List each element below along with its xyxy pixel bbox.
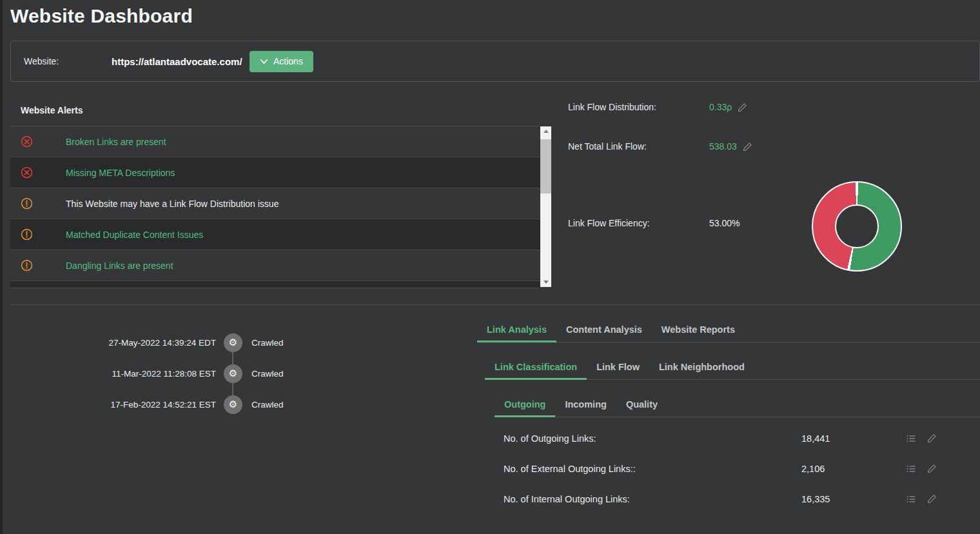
list-icon[interactable] xyxy=(906,464,916,474)
circle-x-icon xyxy=(21,135,33,148)
scrollbar-down-arrow[interactable] xyxy=(540,277,551,287)
stat-label: No. of External Outgoing Links:: xyxy=(504,464,636,474)
tab-content-analysis[interactable]: Content Analysis xyxy=(556,318,652,342)
stat-value: 18,441 xyxy=(801,433,830,444)
tab-website-reports[interactable]: Website Reports xyxy=(652,318,745,342)
tab-outgoing[interactable]: Outgoing xyxy=(495,393,555,417)
circle-x-icon xyxy=(21,166,33,179)
stat-label: No. of Internal Outgoing Links: xyxy=(504,494,630,504)
tab-incoming[interactable]: Incoming xyxy=(555,393,616,417)
left-edge-strip xyxy=(0,0,3,534)
circle-exclamation-icon xyxy=(21,197,33,210)
alert-text[interactable]: Dangling Links are present xyxy=(66,261,173,271)
alert-row: This Website may have a Link Flow Distri… xyxy=(10,188,540,219)
tab-link-flow[interactable]: Link Flow xyxy=(587,355,649,380)
list-icon[interactable] xyxy=(906,494,916,504)
scrollbar-thumb[interactable] xyxy=(540,139,551,193)
alert-text[interactable]: Missing META Descriptions xyxy=(66,168,175,178)
alert-text[interactable]: Broken Links are present xyxy=(66,137,166,147)
metric-label: Link Flow Efficiency: xyxy=(568,218,709,228)
scrollbar-up-arrow[interactable] xyxy=(540,126,551,136)
pencil-icon[interactable] xyxy=(743,142,752,152)
actions-button-label: Actions xyxy=(273,56,303,66)
donut-hole xyxy=(835,204,879,248)
pencil-icon[interactable] xyxy=(927,494,937,504)
alert-row[interactable]: Broken Links are present xyxy=(10,126,540,157)
page-title: Website Dashboard xyxy=(10,5,193,27)
crawl-timeline: 27-May-2022 14:39:24 EDT ⚙ Crawled 11-Ma… xyxy=(90,326,309,429)
secondary-tabs: Link Classification Link Flow Link Neigh… xyxy=(485,355,980,380)
gear-icon[interactable]: ⚙ xyxy=(224,364,242,383)
alerts-scrollbar[interactable] xyxy=(540,126,551,287)
crawl-entry: 11-Mar-2022 11:28:08 EST ⚙ Crawled xyxy=(90,361,309,386)
alerts-panel-title: Website Alerts xyxy=(21,105,83,115)
stat-label: No. of Outgoing Links: xyxy=(504,433,596,444)
metric-label: Link Flow Distribution: xyxy=(568,102,709,112)
metric-value: 0.33ρ xyxy=(709,102,732,112)
gear-icon[interactable]: ⚙ xyxy=(224,395,242,414)
circle-exclamation-icon xyxy=(21,228,33,241)
tab-link-analysis[interactable]: Link Analysis xyxy=(477,318,556,342)
website-url-link[interactable]: https://atlantaadvocate.com/ xyxy=(112,56,242,67)
alert-row-partial xyxy=(10,281,540,288)
actions-button[interactable]: Actions xyxy=(250,51,313,72)
metric-link-flow-efficiency: Link Flow Efficiency: 53.00% xyxy=(568,217,740,230)
metric-value: 53.00% xyxy=(709,218,740,228)
alert-text[interactable]: Matched Duplicate Content Issues xyxy=(66,230,203,240)
alert-row[interactable]: Matched Duplicate Content Issues xyxy=(10,219,540,250)
website-dashboard-page: Website Dashboard Website: https://atlan… xyxy=(0,0,980,534)
stat-value: 16,335 xyxy=(801,494,830,504)
pencil-icon[interactable] xyxy=(738,103,747,112)
alert-text: This Website may have a Link Flow Distri… xyxy=(66,199,279,209)
crawl-timestamp: 17-Feb-2022 14:52:21 EST xyxy=(90,400,216,410)
crawl-timestamp: 11-Mar-2022 11:28:08 EST xyxy=(90,369,216,379)
tertiary-tabs: Outgoing Incoming Quality xyxy=(495,393,980,417)
metric-label: Net Total Link Flow: xyxy=(568,141,709,152)
alerts-list: Broken Links are present Missing META De… xyxy=(10,126,540,288)
website-bar: Website: https://atlantaadvocate.com/ Ac… xyxy=(10,41,980,82)
crawl-status: Crawled xyxy=(251,369,284,379)
pencil-icon[interactable] xyxy=(927,464,937,474)
section-divider xyxy=(10,304,980,305)
gear-icon[interactable]: ⚙ xyxy=(224,333,242,352)
stat-row-outgoing-links: No. of Outgoing Links: 18,441 xyxy=(495,423,980,453)
tab-link-classification[interactable]: Link Classification xyxy=(485,355,587,380)
alert-row[interactable]: Missing META Descriptions xyxy=(10,157,540,188)
stat-row-internal-outgoing-links: No. of Internal Outgoing Links: 16,335 xyxy=(495,484,980,514)
tab-quality[interactable]: Quality xyxy=(616,393,667,417)
outgoing-link-stats: No. of Outgoing Links: 18,441 No. of Ext… xyxy=(495,423,980,514)
crawl-entry: 27-May-2022 14:39:24 EDT ⚙ Crawled xyxy=(90,330,309,355)
crawl-entry: 17-Feb-2022 14:52:21 EST ⚙ Crawled xyxy=(90,392,309,417)
metric-value: 538.03 xyxy=(709,141,737,152)
list-icon[interactable] xyxy=(906,433,916,444)
alert-row[interactable]: Dangling Links are present xyxy=(10,250,540,281)
chevron-down-icon xyxy=(260,57,268,66)
metric-link-flow-distribution: Link Flow Distribution: 0.33ρ xyxy=(568,101,747,114)
crawl-status: Crawled xyxy=(251,338,284,348)
primary-tabs: Link Analysis Content Analysis Website R… xyxy=(477,318,980,342)
crawl-timestamp: 27-May-2022 14:39:24 EDT xyxy=(90,338,216,348)
stat-row-external-outgoing-links: No. of External Outgoing Links:: 2,106 xyxy=(495,453,980,484)
pencil-icon[interactable] xyxy=(927,433,937,444)
crawl-status: Crawled xyxy=(251,400,284,410)
tab-link-neighborhood[interactable]: Link Neighborhood xyxy=(649,355,754,380)
circle-exclamation-icon xyxy=(21,259,33,272)
website-label: Website: xyxy=(24,56,59,66)
link-flow-efficiency-donut-chart xyxy=(812,181,902,272)
metric-net-total-link-flow: Net Total Link Flow: 538.03 xyxy=(568,140,752,153)
stat-value: 2,106 xyxy=(801,464,825,474)
